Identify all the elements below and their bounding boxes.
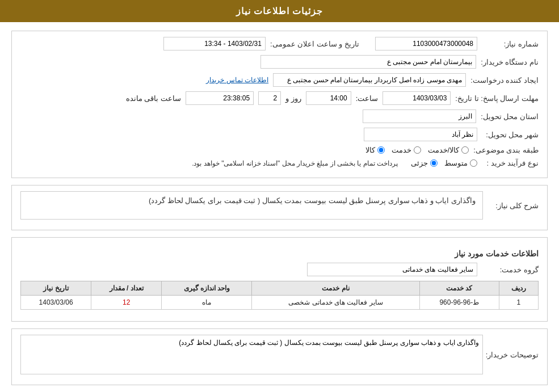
- nam-dastgah-input[interactable]: [260, 55, 476, 69]
- tabaghe-kala-khadamat-label: کالا/خدمت: [428, 146, 460, 154]
- toseefat-textarea[interactable]: [20, 335, 483, 374]
- col-kod-khadamat: کد خدمت: [419, 281, 499, 296]
- tabaghe-kala-item: کالا: [365, 146, 385, 154]
- tabaghe-row: طبقه بندی موضوعی: کالا/خدمت خدمت کالا: [20, 146, 539, 154]
- groupe-khadamat-input[interactable]: [307, 263, 477, 276]
- noe-motevaset-radio[interactable]: [470, 159, 477, 167]
- noe-farayand-radio-group: متوسط جزئی: [411, 159, 477, 167]
- cell-kod-khadamat: ط-96-96-960: [419, 296, 499, 310]
- noe-farayand-label: نوع فرآیند خرید :: [482, 159, 539, 167]
- tabaghe-kala-khadamat-item: کالا/خدمت: [428, 146, 469, 154]
- col-radif: ردیف: [499, 281, 538, 296]
- table-row: 1 ط-96-96-960 سایر فعالیت های خدماتی شخص…: [21, 296, 539, 310]
- sharh-koli-box: واگذاری ایاب و ذهاب سواری پرسنل طبق لیست…: [20, 191, 483, 220]
- shomare-niaz-row: شماره نیاز: تاریخ و ساعت اعلان عمومی:: [20, 37, 539, 50]
- toseefat-label: توصیحات خریدار:: [487, 351, 539, 359]
- ittelasat-tamas-link[interactable]: اطلاعات تماس خریدار: [206, 76, 268, 84]
- shomare-niaz-label: شماره نیاز:: [482, 40, 539, 48]
- page-title: جزئیات اطلاعات نیاز: [236, 6, 323, 16]
- services-title: اطلاعات خدمات مورد نیاز: [20, 249, 539, 258]
- toseefat-row: توصیحات خریدار:: [20, 335, 539, 374]
- col-tedad: تعداد / مقدار: [91, 281, 162, 296]
- tarikh-label: تاریخ و ساعت اعلان عمومی:: [270, 40, 359, 48]
- sharh-koli-value: واگذاری ایاب و ذهاب سواری پرسنل طبق لیست…: [149, 196, 476, 205]
- tabaghe-khadamat-label: خدمت: [392, 146, 411, 154]
- groupe-khadamat-label: گروه خدمت:: [482, 265, 539, 274]
- tabaghe-label: طبقه بندی موضوعی:: [473, 146, 539, 154]
- cell-tarikh: 1403/03/06: [21, 296, 91, 310]
- mohlat-saat-input[interactable]: [306, 91, 351, 105]
- shahr-label: شهر محل تحویل:: [482, 130, 539, 139]
- tabaghe-khadamat-radio[interactable]: [414, 146, 421, 154]
- col-tarikh: تاریخ نیاز: [21, 281, 91, 296]
- sharh-koli-row: شرح کلی نیاز: واگذاری ایاب و ذهاب سواری …: [20, 191, 539, 220]
- toseefat-section: توصیحات خریدار:: [11, 328, 548, 385]
- ijad-kon-row: ایجاد کننده درخواست: اطلاعات تماس خریدار: [20, 73, 539, 87]
- services-table: ردیف کد خدمت نام خدمت واحد اندازه گیری ت…: [20, 281, 539, 310]
- page-container: جزئیات اطلاعات نیاز شماره نیاز: تاریخ و …: [0, 0, 559, 392]
- sharh-koli-label: شرح کلی نیاز:: [487, 201, 539, 210]
- noe-jazei-label: جزئی: [411, 159, 428, 167]
- ostan-row: استان محل تحویل:: [20, 109, 539, 123]
- mohlat-saat-label: ساعت:: [356, 94, 379, 103]
- noe-farayand-note: پرداخت تمام یا بخشی از مبلغ خریدار محل "…: [192, 159, 398, 167]
- mohlat-rooz-label: روز و: [285, 94, 301, 103]
- noe-motevaset-label: متوسط: [444, 159, 468, 167]
- nam-dastgah-row: نام دستگاه خریدار:: [20, 55, 539, 69]
- col-nam-khadamat: نام خدمت: [252, 281, 420, 296]
- cell-nam-khadamat: سایر فعالیت های خدماتی شخصی: [252, 296, 420, 310]
- noe-farayand-row: نوع فرآیند خرید : متوسط جزئی پرداخت تمام…: [20, 159, 539, 167]
- tarikh-input[interactable]: [163, 37, 266, 50]
- mohlat-row: مهلت ارسال پاسخ: تا تاریخ: ساعت: روز و س…: [20, 91, 539, 105]
- mohlat-label: مهلت ارسال پاسخ: تا تاریخ:: [455, 94, 539, 103]
- cell-radif: 1: [499, 296, 538, 310]
- main-info-section: شماره نیاز: تاریخ و ساعت اعلان عمومی: نا…: [11, 31, 548, 178]
- ostan-input[interactable]: [363, 109, 476, 123]
- mohlat-remaining-label: ساعت باقی مانده: [126, 94, 181, 103]
- tabaghe-khadamat-item: خدمت: [392, 146, 421, 154]
- page-header: جزئیات اطلاعات نیاز: [0, 0, 559, 22]
- col-vahed: واحد اندازه گیری: [162, 281, 252, 296]
- mohlat-remaining-input[interactable]: [186, 91, 254, 105]
- content-area: شماره نیاز: تاریخ و ساعت اعلان عمومی: نا…: [0, 22, 559, 392]
- services-section: اطلاعات خدمات مورد نیاز گروه خدمت: ردیف …: [11, 237, 548, 322]
- shahr-input[interactable]: [364, 128, 477, 141]
- cell-vahed: ماه: [162, 296, 252, 310]
- nam-dastgah-label: نام دستگاه خریدار:: [481, 58, 539, 66]
- table-header-row: ردیف کد خدمت نام خدمت واحد اندازه گیری ت…: [21, 281, 539, 296]
- shomare-niaz-input[interactable]: [375, 37, 477, 50]
- ijad-kon-input[interactable]: [273, 73, 466, 87]
- sharh-koli-section: شرح کلی نیاز: واگذاری ایاب و ذهاب سواری …: [11, 185, 548, 230]
- tabaghe-kala-khadamat-radio[interactable]: [461, 146, 469, 154]
- tabaghe-kala-radio[interactable]: [377, 146, 385, 154]
- ijad-kon-label: ایجاد کننده درخواست:: [470, 76, 539, 85]
- groupe-khadamat-row: گروه خدمت:: [20, 263, 539, 276]
- noe-jazei-item: جزئی: [411, 159, 438, 167]
- shahr-row: شهر محل تحویل:: [20, 128, 539, 141]
- cell-tedad: 12: [91, 296, 162, 310]
- tabaghe-kala-label: کالا: [365, 146, 375, 154]
- mohlat-rooz-input[interactable]: [258, 91, 281, 105]
- mohlat-date-input[interactable]: [383, 91, 451, 105]
- noe-jazei-radio[interactable]: [430, 159, 438, 167]
- noe-motevaset-item: متوسط: [444, 159, 477, 167]
- tabaghe-radio-group: کالا/خدمت خدمت کالا: [365, 146, 469, 154]
- ostan-label: استان محل تحویل:: [481, 112, 539, 121]
